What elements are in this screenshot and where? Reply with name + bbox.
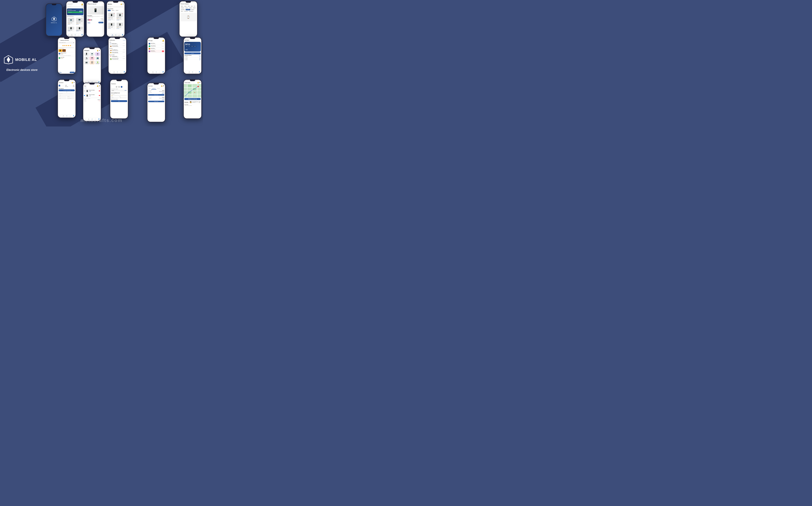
chat-icon[interactable]: 💬	[199, 101, 200, 103]
nav-profile[interactable]: 👤 Profile	[81, 34, 83, 36]
cat-camera[interactable]: Camera	[185, 7, 188, 9]
nav-prof-n[interactable]: 👤Profile	[124, 71, 125, 73]
sort-bar[interactable]: Sort by: oldest to recent ▼	[59, 42, 75, 44]
cat-powerbanks[interactable]: 🔋 Power Banks	[95, 61, 100, 65]
tab-completed[interactable]: Completed	[151, 87, 156, 90]
nav-home-n[interactable]: ⌂Home	[110, 71, 111, 73]
nav-cart-msg[interactable]: 🛒Cart	[156, 71, 157, 73]
msg-item-2[interactable]: Hossam Delivery Lorem ipsum dolor sit...…	[148, 45, 164, 48]
cart-checkbox-2[interactable]	[84, 95, 85, 96]
amount-200[interactable]: $200	[191, 46, 194, 47]
qty-minus[interactable]: -	[100, 19, 101, 21]
nav-category[interactable]: ⊞ Category	[71, 34, 73, 36]
house-field[interactable]: House Number	[67, 98, 75, 99]
msg-item-1[interactable]: Saleh Delivery Lorem ipsum dolor sit... …	[148, 43, 164, 45]
cat-accessories[interactable]: Accessories	[184, 11, 189, 12]
amount-other[interactable]: Other	[185, 49, 188, 50]
cvv-field[interactable]: CVV	[119, 97, 127, 98]
nav-cart-m[interactable]: 🛒Cart	[115, 34, 116, 36]
brand-android[interactable]: Android	[111, 10, 115, 11]
nav-cart[interactable]: 🛒 Cart	[75, 34, 76, 36]
amount-50[interactable]: $50	[186, 46, 188, 47]
address-title-field[interactable]: Address title	[59, 93, 75, 94]
nav-cart-co[interactable]: 🛒Cart	[66, 115, 67, 117]
add-card-btn[interactable]: Add	[111, 100, 127, 102]
review-order-btn-1[interactable]: Review Order	[148, 94, 164, 96]
nav-prof-co[interactable]: 👤Profile	[73, 115, 74, 117]
cart-checkbox-1[interactable]	[84, 90, 85, 91]
clear-all-btn[interactable]: Clear All	[123, 40, 125, 40]
color-pink[interactable]	[89, 19, 90, 20]
cat-cameras[interactable]: 📷 Cameras	[84, 61, 89, 65]
see-all-wallet[interactable]: See All	[199, 55, 201, 56]
continue-btn[interactable]: Continue	[185, 53, 201, 54]
cat-mouse[interactable]: Mouse	[180, 11, 184, 12]
cat-tv-grid[interactable]: 📺 TV Screen	[95, 57, 100, 60]
cat-tablets[interactable]: ⊞ Tablets	[95, 52, 100, 56]
district-field[interactable]: District	[67, 96, 75, 97]
welcome-search[interactable]: 🔍 Search...	[67, 6, 83, 8]
color-black[interactable]	[87, 19, 89, 20]
view-all-link[interactable]: View All	[81, 16, 83, 17]
cat-all[interactable]: All Categories	[189, 11, 194, 12]
cat-keyboard[interactable]: Keyboard	[191, 9, 195, 10]
nav-favorite[interactable]: ♡ Favorite	[78, 34, 79, 36]
nav-prof-w[interactable]: 👤Profile	[199, 71, 200, 73]
rating-cart-btn[interactable]: Add to cart	[70, 72, 75, 73]
nav-home-co[interactable]: ⌂Home	[59, 115, 60, 117]
fav-icon-1[interactable]: ♥	[114, 13, 115, 14]
nav-prof-m[interactable]: 👤Profile	[122, 34, 123, 36]
cat-ps-grid[interactable]: 🎮 PS	[89, 57, 94, 60]
qty-plus[interactable]: +	[103, 19, 104, 21]
cat-power[interactable]: Power Banks	[180, 9, 185, 10]
cat-ps[interactable]: PS	[193, 6, 196, 7]
street-field[interactable]: Street	[59, 98, 67, 99]
select-all[interactable]: Select All	[84, 88, 86, 88]
msg-item-4[interactable]: Rami Delivery Lorem ipsum dolor sit... 0…	[148, 50, 164, 53]
nav-cat-msg[interactable]: ⊞Category	[152, 71, 154, 73]
cat-mobiles[interactable]: 📱 Mobiles	[84, 52, 89, 56]
nav-cat-co[interactable]: ⊞Category	[62, 115, 64, 117]
cat-ipad[interactable]: Ipad	[191, 6, 193, 7]
nav-fav-n[interactable]: ♡Favorite	[120, 71, 122, 73]
review-order-btn-2[interactable]: Review Order	[148, 101, 164, 102]
cat-tablet[interactable]: Tablet	[187, 6, 190, 7]
fav-icon-2[interactable]: ♥	[123, 13, 123, 14]
amount-500[interactable]: $500	[194, 46, 196, 47]
nav-cat-n[interactable]: ⊞Category	[113, 71, 115, 73]
cat-headset[interactable]: Headset	[193, 7, 196, 9]
brand-apple[interactable]: Apple	[108, 10, 111, 11]
nav-fav-w[interactable]: ♡Favorite	[195, 71, 197, 73]
card-number-field[interactable]: 💳	[111, 95, 127, 96]
tab-cancelled[interactable]: Cancelled	[156, 87, 160, 90]
expires-field[interactable]: MM / YY	[111, 97, 119, 98]
cat-tv[interactable]: TV Screen	[180, 7, 185, 9]
cat-headphones[interactable]: 🎧 Oreshops	[89, 61, 94, 65]
tab-active[interactable]: Active	[148, 87, 151, 90]
nav-cart-n[interactable]: 🛒Cart	[117, 71, 118, 73]
color-gray[interactable]	[91, 19, 92, 20]
nav-home-w[interactable]: ⌂Home	[185, 71, 186, 73]
cat-mobile[interactable]: Mobile	[180, 6, 184, 7]
nav-cat-m[interactable]: ⊞Category	[111, 34, 113, 36]
nav-cat-w[interactable]: ⊞Category	[188, 71, 190, 73]
nav-fav-m[interactable]: ♡Favorite	[118, 34, 120, 36]
add-to-cart-btn[interactable]: Add to cart	[98, 22, 104, 23]
back-arrow-rating[interactable]: ←	[59, 39, 60, 41]
cat-desktop[interactable]: Desktop	[189, 7, 192, 9]
cat-smartwatch[interactable]: Smart Watch	[186, 9, 190, 10]
city-field[interactable]: City	[59, 96, 67, 97]
nav-home-m[interactable]: ⌂Home	[108, 34, 110, 36]
amount-100[interactable]: $100	[188, 46, 191, 47]
brand-huawei[interactable]: Huawei	[115, 10, 119, 11]
nav-home[interactable]: ⌂ Home	[68, 34, 69, 36]
delete-btn[interactable]: 🗑	[162, 51, 164, 52]
nav-fav-co[interactable]: ♡Favorite	[69, 115, 71, 117]
nav-prof-msg[interactable]: 👤Profile	[162, 71, 164, 73]
cart-remove-2[interactable]: ×	[99, 95, 100, 96]
cat-charger[interactable]: 🔌 Charger	[84, 57, 89, 60]
set-default-checkbox[interactable]	[111, 99, 112, 100]
cat-laptops[interactable]: 💻 Laptops	[89, 52, 94, 56]
nav-home-msg[interactable]: ⌂Home	[149, 71, 150, 73]
phone-field[interactable]: Phone	[59, 94, 75, 96]
